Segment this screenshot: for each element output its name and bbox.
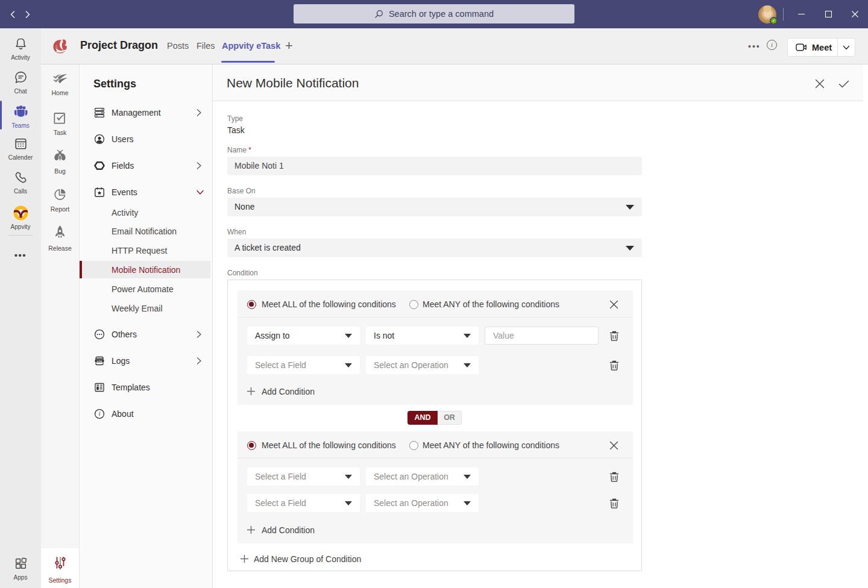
svg-text:i: i: [99, 411, 101, 417]
svg-text:LOG: LOG: [96, 360, 102, 363]
